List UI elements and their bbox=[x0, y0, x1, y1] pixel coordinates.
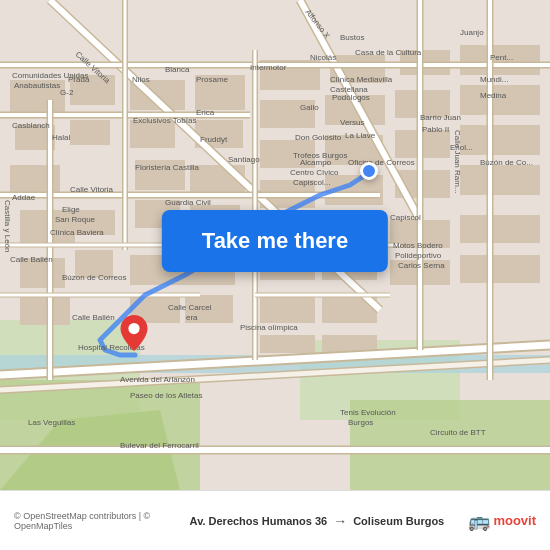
svg-text:Clínica Mediavilla: Clínica Mediavilla bbox=[330, 75, 393, 84]
take-me-there-button[interactable]: Take me there bbox=[162, 210, 388, 272]
svg-text:Guardia Civil: Guardia Civil bbox=[165, 198, 211, 207]
svg-text:Mundi...: Mundi... bbox=[480, 75, 508, 84]
svg-rect-51 bbox=[260, 295, 315, 323]
arrow-icon: → bbox=[333, 513, 347, 529]
svg-text:Clínica Baviera: Clínica Baviera bbox=[50, 228, 104, 237]
svg-text:Addae: Addae bbox=[12, 193, 36, 202]
svg-text:Centro Cívico: Centro Cívico bbox=[290, 168, 339, 177]
svg-text:Pent...: Pent... bbox=[490, 53, 513, 62]
svg-text:Nicolás: Nicolás bbox=[310, 53, 336, 62]
svg-text:Podólogos: Podólogos bbox=[332, 93, 370, 102]
svg-text:Nilos: Nilos bbox=[132, 75, 150, 84]
svg-rect-14 bbox=[20, 295, 70, 325]
svg-text:Casblanch: Casblanch bbox=[12, 121, 50, 130]
svg-text:Capiscol: Capiscol bbox=[390, 213, 421, 222]
svg-text:Erica: Erica bbox=[196, 108, 215, 117]
current-location-icon bbox=[360, 162, 378, 180]
moovit-logo: 🚌 moovit bbox=[468, 510, 536, 532]
svg-text:Casa de la Cultura: Casa de la Cultura bbox=[355, 48, 422, 57]
svg-text:Motos Bodero: Motos Bodero bbox=[393, 241, 443, 250]
svg-text:Juanjo: Juanjo bbox=[460, 28, 484, 37]
svg-text:Blanca: Blanca bbox=[165, 65, 190, 74]
svg-point-159 bbox=[128, 323, 139, 334]
svg-text:Versus: Versus bbox=[340, 118, 364, 127]
origin-label: Av. Derechos Humanos 36 bbox=[190, 515, 328, 527]
svg-rect-44 bbox=[460, 165, 540, 195]
svg-text:San Roque: San Roque bbox=[55, 215, 96, 224]
svg-text:Castilla y León: Castilla y León bbox=[3, 200, 12, 252]
svg-text:Medina: Medina bbox=[480, 91, 507, 100]
svg-text:Alcampo: Alcampo bbox=[300, 158, 332, 167]
svg-text:Tenis Evolución: Tenis Evolución bbox=[340, 408, 396, 417]
svg-text:Las Veguillas: Las Veguillas bbox=[28, 418, 75, 427]
destination-pin-icon bbox=[120, 315, 148, 351]
svg-rect-36 bbox=[460, 85, 540, 115]
svg-text:Floristería Castilla: Floristería Castilla bbox=[135, 163, 200, 172]
svg-text:Anabautistas: Anabautistas bbox=[14, 81, 60, 90]
svg-text:Búzón de Co...: Búzón de Co... bbox=[480, 158, 533, 167]
svg-text:Piscina olímpica: Piscina olímpica bbox=[240, 323, 298, 332]
svg-text:Calle Carcel: Calle Carcel bbox=[168, 303, 212, 312]
svg-text:Paseo de los Atletas: Paseo de los Atletas bbox=[130, 391, 203, 400]
svg-text:Barrio Juan: Barrio Juan bbox=[420, 113, 461, 122]
svg-text:Bulevar del Ferrocarril: Bulevar del Ferrocarril bbox=[120, 441, 199, 450]
svg-text:Búzon de Correos: Búzon de Correos bbox=[62, 273, 126, 282]
svg-text:Intermotor: Intermotor bbox=[250, 63, 287, 72]
svg-text:Capiscol...: Capiscol... bbox=[293, 178, 330, 187]
route-info: Av. Derechos Humanos 36 → Coliseum Burgo… bbox=[165, 513, 468, 529]
svg-rect-48 bbox=[460, 255, 540, 283]
moovit-bus-icon: 🚌 bbox=[468, 510, 490, 532]
svg-text:era: era bbox=[186, 313, 198, 322]
svg-text:Elige: Elige bbox=[62, 205, 80, 214]
svg-text:Pablo II: Pablo II bbox=[422, 125, 449, 134]
destination-label: Coliseum Burgos bbox=[353, 515, 444, 527]
svg-text:Avenida del Arlanzón: Avenida del Arlanzón bbox=[120, 375, 195, 384]
map-container: Alfonso X Calle Vitoria Calle Vitoria Ca… bbox=[0, 0, 550, 490]
svg-text:Oficina de Correos: Oficina de Correos bbox=[348, 158, 415, 167]
svg-text:Gallo: Gallo bbox=[300, 103, 319, 112]
map-attribution: © OpenStreetMap contributors | © OpenMap… bbox=[14, 511, 165, 531]
svg-text:Fruddyt: Fruddyt bbox=[200, 135, 228, 144]
svg-rect-46 bbox=[460, 215, 540, 243]
svg-text:Calle Ballén: Calle Ballén bbox=[72, 313, 115, 322]
svg-text:G-2: G-2 bbox=[60, 88, 74, 97]
svg-text:Calle Juan Ram...: Calle Juan Ram... bbox=[453, 130, 462, 194]
svg-text:Don Golosito: Don Golosito bbox=[295, 133, 342, 142]
svg-text:Calle Vitoria: Calle Vitoria bbox=[70, 185, 114, 194]
svg-text:Prada: Prada bbox=[68, 75, 90, 84]
svg-rect-11 bbox=[70, 120, 110, 145]
svg-text:Exclusivos Tobías: Exclusivos Tobías bbox=[133, 116, 196, 125]
svg-text:Burgos: Burgos bbox=[348, 418, 373, 427]
svg-text:Carlos Serna: Carlos Serna bbox=[398, 261, 445, 270]
moovit-brand-text: moovit bbox=[493, 513, 536, 528]
svg-rect-53 bbox=[260, 335, 315, 353]
svg-text:Bustos: Bustos bbox=[340, 33, 364, 42]
svg-text:Circuito de BTT: Circuito de BTT bbox=[430, 428, 486, 437]
svg-text:Santiago: Santiago bbox=[228, 155, 260, 164]
svg-text:Calle Ballén: Calle Ballén bbox=[10, 255, 53, 264]
bottom-bar: © OpenStreetMap contributors | © OpenMap… bbox=[0, 490, 550, 550]
svg-text:La Llave: La Llave bbox=[345, 131, 376, 140]
svg-text:Enol...: Enol... bbox=[450, 143, 473, 152]
svg-text:Prosame: Prosame bbox=[196, 75, 229, 84]
svg-text:Halal: Halal bbox=[52, 133, 70, 142]
svg-text:Polideportivo: Polideportivo bbox=[395, 251, 442, 260]
